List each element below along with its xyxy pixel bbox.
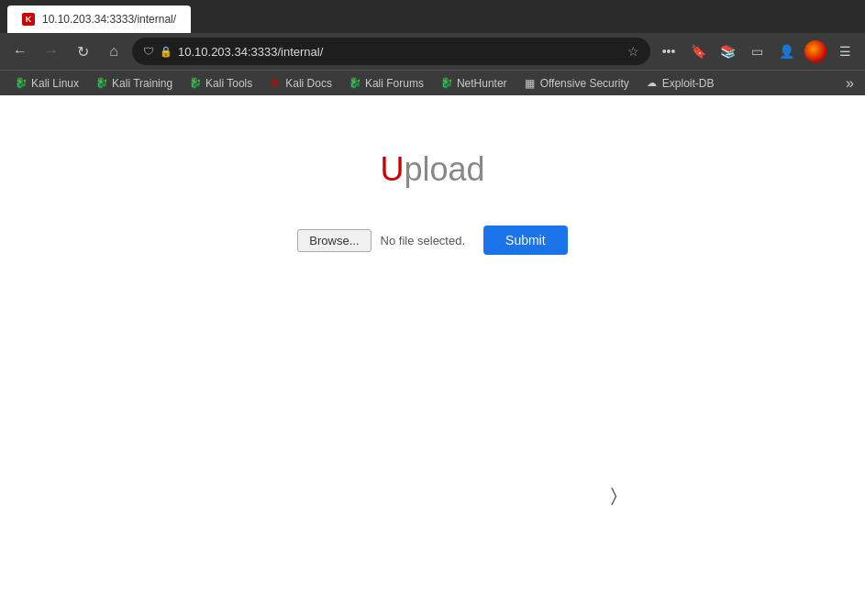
firefox-logo-button[interactable] xyxy=(803,38,828,64)
pocket-button[interactable]: 🔖 xyxy=(685,38,711,64)
back-button[interactable]: ← xyxy=(7,38,33,64)
active-tab[interactable]: K 10.10.203.34:3333/internal/ xyxy=(7,6,191,33)
browser-chrome: K 10.10.203.34:3333/internal/ ← → ↻ ⌂ 🛡 … xyxy=(0,0,865,95)
bookmark-kali-docs-label: Kali Docs xyxy=(285,77,332,90)
submit-button[interactable]: Submit xyxy=(483,226,568,255)
url-text: 10.10.203.34:3333/internal/ xyxy=(178,45,622,59)
page-title: Upload xyxy=(380,150,484,189)
bookmark-nethunter[interactable]: 🐉 NetHunter xyxy=(433,75,515,92)
upload-form: Browse... No file selected. Submit xyxy=(297,226,567,255)
address-bar[interactable]: 🛡 🔒 10.10.203.34:3333/internal/ ☆ xyxy=(132,38,650,65)
kali-linux-icon: 🐉 xyxy=(15,77,28,90)
synced-tabs-button[interactable]: 📚 xyxy=(715,38,740,64)
bookmark-exploit-db-label: Exploit-DB xyxy=(662,77,715,90)
tab-favicon: K xyxy=(22,13,35,26)
exploit-db-icon: ☁ xyxy=(646,77,659,90)
reader-view-button[interactable]: ▭ xyxy=(744,38,770,64)
bookmark-kali-forums[interactable]: 🐉 Kali Forums xyxy=(341,75,431,92)
forward-button[interactable]: → xyxy=(39,38,64,64)
more-options-button[interactable]: ••• xyxy=(656,38,682,64)
kali-tools-icon: 🐉 xyxy=(189,77,202,90)
nav-bar: ← → ↻ ⌂ 🛡 🔒 10.10.203.34:3333/internal/ … xyxy=(0,33,865,70)
bookmark-star-icon[interactable]: ☆ xyxy=(627,44,639,59)
kali-forums-icon: 🐉 xyxy=(349,77,361,90)
page-content: Upload Browse... No file selected. Submi… xyxy=(0,95,865,616)
bookmark-kali-linux-label: Kali Linux xyxy=(31,77,79,90)
bookmark-kali-forums-label: Kali Forums xyxy=(365,77,424,90)
profile-button[interactable]: 👤 xyxy=(773,38,799,64)
reload-button[interactable]: ↻ xyxy=(70,38,95,64)
file-input-area: Browse... No file selected. xyxy=(297,229,465,252)
firefox-logo-icon xyxy=(804,40,826,62)
tab-label: 10.10.203.34:3333/internal/ xyxy=(42,13,176,26)
bookmark-offensive-security-label: Offensive Security xyxy=(540,77,629,90)
home-button[interactable]: ⌂ xyxy=(101,38,127,64)
shield-icon: 🛡 xyxy=(143,45,154,58)
bookmark-kali-tools-label: Kali Tools xyxy=(205,77,252,90)
bookmark-nethunter-label: NetHunter xyxy=(457,77,507,90)
kali-docs-icon: K xyxy=(269,77,282,90)
nethunter-icon: 🐉 xyxy=(440,77,453,90)
bookmark-kali-docs[interactable]: K Kali Docs xyxy=(261,75,339,92)
bookmarks-more-button[interactable]: » xyxy=(842,75,858,92)
title-u: U xyxy=(380,150,404,188)
bookmarks-bar: 🐉 Kali Linux 🐉 Kali Training 🐉 Kali Tool… xyxy=(0,70,865,95)
bookmark-offensive-security[interactable]: ▦ Offensive Security xyxy=(516,75,637,92)
offensive-security-icon: ▦ xyxy=(524,77,537,90)
tab-bar: K 10.10.203.34:3333/internal/ xyxy=(0,0,865,33)
nav-right-buttons: ••• 🔖 📚 ▭ 👤 ☰ xyxy=(656,38,858,64)
bookmark-kali-training-label: Kali Training xyxy=(112,77,172,90)
bookmark-kali-training[interactable]: 🐉 Kali Training xyxy=(88,75,180,92)
bookmark-exploit-db[interactable]: ☁ Exploit-DB xyxy=(638,75,722,92)
no-file-label: No file selected. xyxy=(381,234,466,248)
kali-training-icon: 🐉 xyxy=(95,77,108,90)
bookmark-kali-linux[interactable]: 🐉 Kali Linux xyxy=(7,75,86,92)
hamburger-button[interactable]: ☰ xyxy=(832,38,858,64)
lock-icon: 🔒 xyxy=(160,46,172,58)
title-rest: pload xyxy=(404,150,484,188)
bookmark-kali-tools[interactable]: 🐉 Kali Tools xyxy=(182,75,260,92)
browse-button[interactable]: Browse... xyxy=(297,229,371,252)
